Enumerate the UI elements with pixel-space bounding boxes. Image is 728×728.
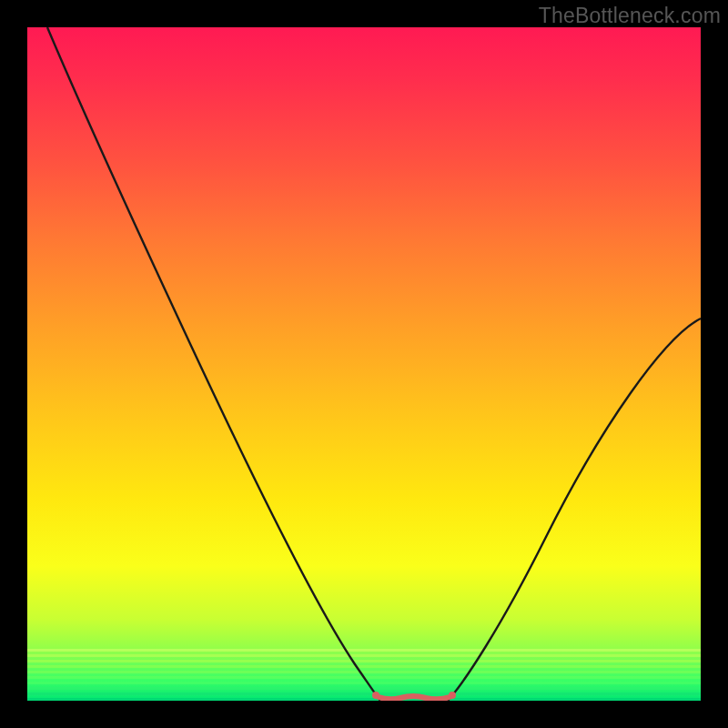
flat-bottom-segment <box>372 692 456 699</box>
plot-area <box>27 27 701 701</box>
right-branch <box>448 318 701 701</box>
curve-layer <box>27 27 701 701</box>
svg-point-1 <box>449 692 456 699</box>
left-branch <box>47 27 380 701</box>
watermark-text: TheBottleneck.com <box>539 4 721 28</box>
svg-point-0 <box>372 692 379 699</box>
chart-frame: TheBottleneck.com <box>0 0 728 728</box>
